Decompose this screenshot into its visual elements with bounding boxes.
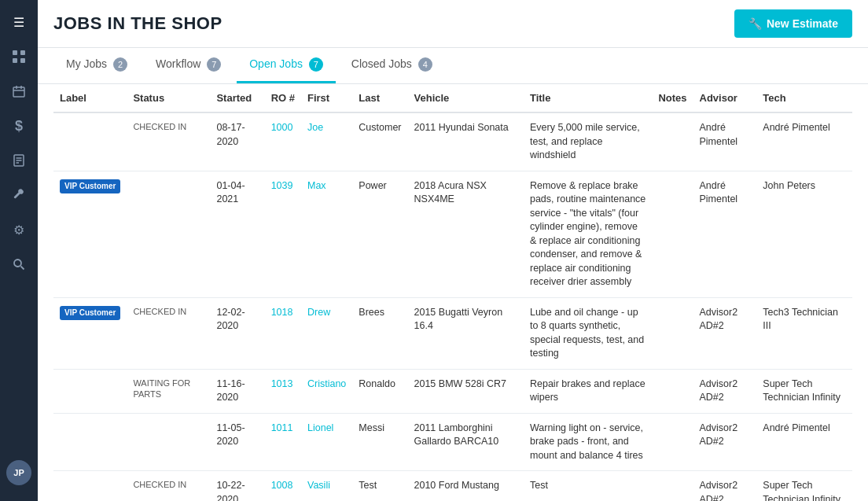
tab-open-jobs[interactable]: Open Jobs 7 xyxy=(237,48,336,83)
cell-advisor: Advisor2 AD#2 xyxy=(693,369,757,413)
sidebar: ☰ $ ⚙ JP xyxy=(0,0,38,501)
cell-ro[interactable]: 1011 xyxy=(265,413,301,471)
first-name-link[interactable]: Drew xyxy=(307,307,330,318)
first-name-link[interactable]: Max xyxy=(307,180,326,191)
svg-rect-0 xyxy=(13,50,17,55)
dashboard-icon[interactable] xyxy=(5,42,33,71)
cell-started: 08-17-2020 xyxy=(210,112,264,171)
svg-rect-4 xyxy=(13,87,24,97)
cell-ro[interactable]: 1018 xyxy=(265,297,301,369)
cell-advisor: André Pimentel xyxy=(693,171,757,297)
ro-link[interactable]: 1011 xyxy=(271,422,293,433)
cell-first[interactable]: Joe xyxy=(301,112,352,171)
cell-tech: Tech3 Technician III xyxy=(756,297,852,369)
first-name-link[interactable]: Vasili xyxy=(307,480,330,491)
cell-last: Brees xyxy=(352,297,407,369)
dollar-icon[interactable]: $ xyxy=(5,112,33,140)
cell-label xyxy=(53,471,127,502)
calendar-icon[interactable] xyxy=(5,77,33,105)
settings-icon[interactable]: ⚙ xyxy=(5,216,33,244)
closed-jobs-badge: 4 xyxy=(418,57,432,72)
cell-first[interactable]: Vasili xyxy=(301,471,352,502)
jobs-tbody: CHECKED IN08-17-20201000JoeCustomer2011 … xyxy=(53,112,852,501)
cell-label xyxy=(53,112,127,171)
avatar[interactable]: JP xyxy=(6,460,31,485)
cell-vehicle: 2018 Acura NSX NSX4ME xyxy=(408,171,524,297)
tab-workflow[interactable]: Workflow 7 xyxy=(143,48,234,83)
cell-label xyxy=(53,413,127,471)
jobs-table: Label Status Started RO # First Last Veh… xyxy=(53,84,852,501)
cell-vehicle: 2011 Lamborghini Gallardo BARCA10 xyxy=(408,413,524,471)
cell-status: CHECKED IN xyxy=(127,112,210,171)
svg-rect-3 xyxy=(20,58,25,63)
svg-point-12 xyxy=(14,260,21,267)
cell-ro[interactable]: 1000 xyxy=(265,112,301,171)
svg-rect-1 xyxy=(20,50,25,55)
col-advisor: Advisor xyxy=(693,84,757,112)
cell-advisor: Advisor2 AD#2 xyxy=(693,471,757,502)
first-name-link[interactable]: Joe xyxy=(307,122,323,133)
table-row: WAITING FOR PARTS11-16-20201013Cristiano… xyxy=(53,369,852,413)
table-row: VIP CustomerCHECKED IN12-02-20201018Drew… xyxy=(53,297,852,369)
ro-link[interactable]: 1018 xyxy=(271,307,293,318)
vip-badge: VIP Customer xyxy=(60,179,120,193)
cell-label: VIP Customer xyxy=(53,171,127,297)
col-tech: Tech xyxy=(756,84,852,112)
cell-ro[interactable]: 1013 xyxy=(265,369,301,413)
ro-link[interactable]: 1008 xyxy=(271,480,293,491)
cell-status: CHECKED IN xyxy=(127,471,210,502)
ro-link[interactable]: 1013 xyxy=(271,378,293,389)
cell-started: 01-04-2021 xyxy=(210,171,264,297)
header: JOBS IN THE SHOP 🔧 New Estimate xyxy=(38,0,868,48)
cell-last: Test xyxy=(352,471,407,502)
cell-title: Warning light on - service, brake pads -… xyxy=(524,413,652,471)
search-icon[interactable] xyxy=(5,250,33,278)
new-estimate-button[interactable]: 🔧 New Estimate xyxy=(734,9,852,38)
ro-link[interactable]: 1039 xyxy=(271,180,293,191)
main-content: JOBS IN THE SHOP 🔧 New Estimate My Jobs … xyxy=(38,0,868,501)
cell-started: 10-22-2020 xyxy=(210,471,264,502)
first-name-link[interactable]: Lionel xyxy=(307,422,333,433)
col-notes: Notes xyxy=(652,84,693,112)
col-status: Status xyxy=(127,84,210,112)
cell-tech: Super Tech Technician Infinity xyxy=(756,369,852,413)
cell-vehicle: 2015 BMW 528i CR7 xyxy=(408,369,524,413)
col-started: Started xyxy=(210,84,264,112)
cell-notes xyxy=(652,413,693,471)
menu-icon[interactable]: ☰ xyxy=(5,8,33,36)
cell-status: CHECKED IN xyxy=(127,297,210,369)
cell-first[interactable]: Lionel xyxy=(301,413,352,471)
col-first: First xyxy=(301,84,352,112)
tab-closed-jobs[interactable]: Closed Jobs 4 xyxy=(339,48,445,83)
cell-title: Every 5,000 mile service, test, and repl… xyxy=(524,112,652,171)
tab-my-jobs[interactable]: My Jobs 2 xyxy=(53,48,140,83)
col-last: Last xyxy=(352,84,407,112)
cell-notes xyxy=(652,171,693,297)
cell-status: WAITING FOR PARTS xyxy=(127,369,210,413)
cell-ro[interactable]: 1039 xyxy=(265,171,301,297)
svg-line-13 xyxy=(21,267,24,270)
cell-tech: John Peters xyxy=(756,171,852,297)
cell-notes xyxy=(652,112,693,171)
table-row: CHECKED IN08-17-20201000JoeCustomer2011 … xyxy=(53,112,852,171)
cell-vehicle: 2010 Ford Mustang xyxy=(408,471,524,502)
cell-vehicle: 2015 Bugatti Veyron 16.4 xyxy=(408,297,524,369)
col-vehicle: Vehicle xyxy=(408,84,524,112)
cell-first[interactable]: Max xyxy=(301,171,352,297)
vip-badge: VIP Customer xyxy=(60,306,120,320)
cell-last: Ronaldo xyxy=(352,369,407,413)
my-jobs-badge: 2 xyxy=(113,57,127,72)
table-header-row: Label Status Started RO # First Last Veh… xyxy=(53,84,852,112)
workflow-badge: 7 xyxy=(207,57,221,72)
cell-first[interactable]: Drew xyxy=(301,297,352,369)
document-icon[interactable] xyxy=(5,146,33,175)
ro-link[interactable]: 1000 xyxy=(271,122,293,133)
cell-started: 11-16-2020 xyxy=(210,369,264,413)
cell-last: Messi xyxy=(352,413,407,471)
cell-first[interactable]: Cristiano xyxy=(301,369,352,413)
cell-ro[interactable]: 1008 xyxy=(265,471,301,502)
cell-label: VIP Customer xyxy=(53,297,127,369)
wrench-icon[interactable] xyxy=(5,181,33,209)
wrench-small-icon: 🔧 xyxy=(748,17,762,30)
first-name-link[interactable]: Cristiano xyxy=(307,378,346,389)
